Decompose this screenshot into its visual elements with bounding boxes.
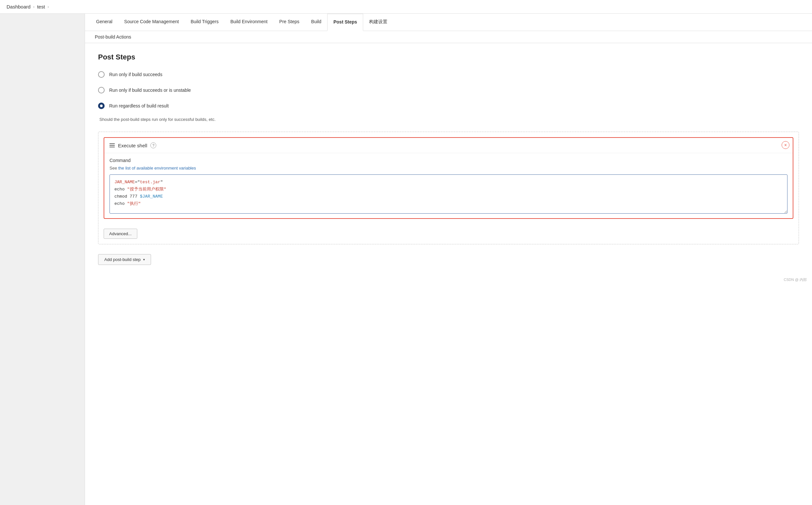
breadcrumb-sep-1: › [33, 5, 34, 9]
radio-circle-1 [98, 71, 105, 78]
shell-title: Execute shell [118, 143, 147, 148]
hint-text: Should the post-build steps run only for… [99, 117, 799, 122]
radio-option-2[interactable]: Run only if build succeeds or is unstabl… [98, 87, 799, 94]
code-line-4: echo "执行" [114, 200, 783, 207]
radio-label-1: Run only if build succeeds [109, 72, 162, 77]
breadcrumb-sep-2: › [48, 5, 49, 9]
footer: CSDN @ 内部 [85, 275, 812, 285]
code-line-2: echo "授予当前用户权限" [114, 186, 783, 193]
env-vars-text: See the list of available environment va… [110, 166, 788, 171]
code-editor[interactable]: JAR_NAME="test.jar" echo "授予当前用户权限" chmo… [110, 174, 788, 214]
drag-handle-icon[interactable] [110, 143, 115, 147]
main-content: General Source Code Management Build Tri… [85, 14, 812, 505]
page-layout: General Source Code Management Build Tri… [0, 14, 812, 505]
radio-circle-2 [98, 87, 105, 94]
execute-shell-block: × Execute shell ? Command [104, 137, 793, 219]
tab-nav-row1: General Source Code Management Build Tri… [85, 14, 812, 31]
tab-post-build-actions[interactable]: Post-build Actions [90, 31, 136, 43]
dropdown-arrow-icon: ▾ [143, 258, 145, 261]
radio-group: Run only if build succeeds Run only if b… [98, 71, 799, 109]
tab-build-triggers[interactable]: Build Triggers [185, 14, 225, 31]
help-icon[interactable]: ? [150, 142, 156, 148]
code-line-1: JAR_NAME="test.jar" [114, 179, 783, 186]
add-post-build-step-button[interactable]: Add post-build step ▾ [98, 254, 151, 265]
breadcrumb-bar: Dashboard › test › [0, 0, 812, 14]
code-var-1: JAR_NAME [114, 180, 135, 185]
tab-post-steps[interactable]: Post Steps [327, 14, 363, 31]
close-button[interactable]: × [782, 141, 789, 149]
footer-text: CSDN @ 内部 [784, 278, 807, 282]
add-step-label: Add post-build step [104, 257, 141, 262]
tab-source-code[interactable]: Source Code Management [118, 14, 185, 31]
tab-nav-row2: Post-build Actions [85, 31, 812, 43]
page-content: Post Steps Run only if build succeeds Ru… [85, 43, 812, 275]
code-line-3: chmod 777 $JAR_NAME [114, 193, 783, 200]
shell-outer-container: × Execute shell ? Command [98, 132, 799, 244]
tab-build[interactable]: Build [305, 14, 327, 31]
radio-option-3[interactable]: Run regardless of build result [98, 103, 799, 109]
tab-build-environment[interactable]: Build Environment [225, 14, 274, 31]
radio-label-3: Run regardless of build result [109, 103, 169, 109]
sidebar [0, 14, 85, 505]
breadcrumb-dashboard[interactable]: Dashboard [7, 4, 30, 9]
shell-header: Execute shell ? [104, 138, 793, 153]
tab-build-settings[interactable]: 构建设置 [363, 14, 393, 31]
env-vars-link[interactable]: the list of available environment variab… [118, 166, 196, 171]
tab-pre-steps[interactable]: Pre Steps [273, 14, 305, 31]
shell-body: Command See the list of available enviro… [104, 153, 793, 218]
radio-option-1[interactable]: Run only if build succeeds [98, 71, 799, 78]
radio-label-2: Run only if build succeeds or is unstabl… [109, 88, 191, 93]
radio-circle-3 [98, 103, 105, 109]
breadcrumb-test[interactable]: test [37, 4, 45, 9]
page-title: Post Steps [98, 53, 799, 61]
command-label: Command [110, 158, 788, 163]
tab-general[interactable]: General [90, 14, 118, 31]
advanced-button[interactable]: Advanced... [104, 229, 137, 239]
